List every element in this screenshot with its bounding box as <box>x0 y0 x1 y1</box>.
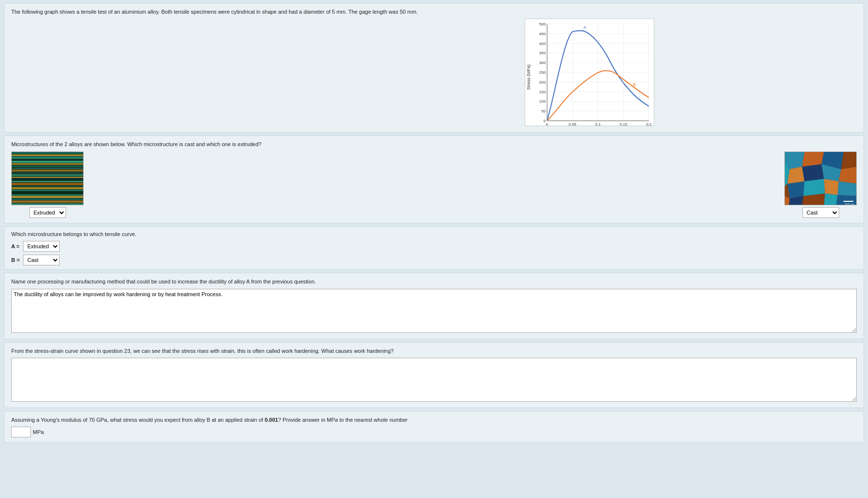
svg-rect-55 <box>12 198 84 200</box>
svg-text:500: 500 <box>539 22 546 26</box>
svg-rect-46 <box>12 178 84 180</box>
svg-rect-45 <box>12 177 84 178</box>
svg-rect-54 <box>12 196 84 198</box>
svg-text:0.1: 0.1 <box>595 122 601 126</box>
svg-marker-71 <box>824 179 839 195</box>
section-q6: Assuming a Young's modulus of 70 GPa, wh… <box>4 411 864 443</box>
svg-text:0.05: 0.05 <box>569 122 577 126</box>
left-micro-item: Extruded Cast <box>11 152 84 218</box>
section-q1: The following graph shows a tensile test… <box>4 3 864 132</box>
graph-container: 0 50 100 150 200 250 300 350 400 450 500… <box>525 19 657 127</box>
svg-rect-52 <box>12 192 84 194</box>
svg-text:100: 100 <box>539 100 546 104</box>
svg-rect-37 <box>12 159 84 160</box>
q5-description: From the stress-strain curve shown in qu… <box>11 347 857 355</box>
svg-rect-48 <box>12 183 84 185</box>
y-axis-label: Stress (MPa) <box>526 65 531 90</box>
q4-textarea[interactable] <box>11 289 857 333</box>
svg-rect-36 <box>12 156 84 159</box>
row-a-select[interactable]: Extruded Cast <box>23 241 60 252</box>
svg-rect-47 <box>12 181 84 182</box>
q1-description: The following graph shows a tensile test… <box>11 8 418 16</box>
row-b: B = Cast Extruded <box>11 255 857 265</box>
q2-description: Microstructures of the 2 alloys are show… <box>11 141 857 148</box>
curve-a-label: A <box>583 25 586 30</box>
svg-marker-70 <box>803 179 825 196</box>
q6-answer-row: MPa <box>11 427 857 437</box>
right-micro-select[interactable]: Cast Extruded <box>802 207 839 218</box>
svg-marker-76 <box>824 194 838 205</box>
row-b-label: B = <box>11 257 20 263</box>
q6-unit-label: MPa <box>33 429 44 435</box>
svg-text:0.2: 0.2 <box>646 122 651 126</box>
svg-rect-78 <box>844 201 853 202</box>
svg-text:0.15: 0.15 <box>620 122 627 126</box>
q3-description: Which microstructure belongs to which te… <box>11 231 857 238</box>
svg-rect-34 <box>12 152 84 154</box>
section-q2: Microstructures of the 2 alloys are show… <box>4 135 864 223</box>
q6-answer-input[interactable] <box>11 427 31 437</box>
svg-text:200: 200 <box>539 80 546 85</box>
svg-text:150: 150 <box>539 90 546 94</box>
svg-rect-40 <box>12 165 84 168</box>
svg-rect-35 <box>12 154 84 156</box>
svg-rect-43 <box>12 172 84 173</box>
q2-images-row: Extruded Cast <box>11 152 857 218</box>
svg-rect-49 <box>12 186 84 187</box>
q4-answer-container <box>11 289 857 334</box>
left-micro-image <box>11 152 84 205</box>
row-b-select[interactable]: Cast Extruded <box>23 255 60 265</box>
row-a: A = Extruded Cast <box>11 241 857 252</box>
svg-text:350: 350 <box>539 51 546 56</box>
svg-marker-62 <box>841 152 857 169</box>
svg-rect-53 <box>12 195 84 195</box>
q5-textarea[interactable] <box>11 358 857 402</box>
left-micro-select-box[interactable]: Extruded Cast <box>29 207 66 218</box>
q6-description: Assuming a Young's modulus of 70 GPa, wh… <box>11 416 857 424</box>
svg-marker-67 <box>839 167 857 184</box>
svg-rect-56 <box>12 200 84 203</box>
curve-b-label: B <box>633 82 636 87</box>
svg-text:250: 250 <box>539 70 546 75</box>
row-a-label: A = <box>11 243 20 249</box>
cast-microstructure-svg: 100 μm <box>785 152 857 205</box>
svg-rect-41 <box>12 168 84 169</box>
right-micro-select-box[interactable]: Cast Extruded <box>802 207 839 218</box>
left-micro-select[interactable]: Extruded Cast <box>29 207 66 218</box>
right-micro-image: 100 μm <box>784 152 857 205</box>
q5-answer-container <box>11 358 857 403</box>
svg-rect-39 <box>12 163 84 165</box>
svg-marker-72 <box>838 181 857 196</box>
svg-rect-42 <box>12 170 84 172</box>
svg-rect-50 <box>12 187 84 189</box>
svg-rect-51 <box>12 190 84 191</box>
section-q3: Which microstructure belongs to which te… <box>4 226 864 270</box>
svg-text:0: 0 <box>546 122 548 126</box>
svg-marker-65 <box>802 164 824 181</box>
svg-rect-38 <box>12 161 84 163</box>
svg-text:300: 300 <box>539 61 546 65</box>
right-micro-item: 100 μm Cast Extruded <box>784 152 857 218</box>
q6-strain-value: 0.001 <box>265 417 278 423</box>
section-q5: From the stress-strain curve shown in qu… <box>4 342 864 408</box>
svg-text:100 μm: 100 μm <box>845 203 854 205</box>
svg-rect-57 <box>12 203 84 205</box>
stress-strain-chart: 0 50 100 150 200 250 300 350 400 450 500… <box>525 19 654 126</box>
svg-text:400: 400 <box>539 42 546 46</box>
svg-text:50: 50 <box>541 109 546 114</box>
section-q4: Name one processing or manufacturing met… <box>4 273 864 339</box>
svg-rect-44 <box>12 174 84 176</box>
extruded-microstructure-svg <box>12 152 84 205</box>
svg-text:450: 450 <box>539 32 546 36</box>
q4-description: Name one processing or manufacturing met… <box>11 278 857 285</box>
